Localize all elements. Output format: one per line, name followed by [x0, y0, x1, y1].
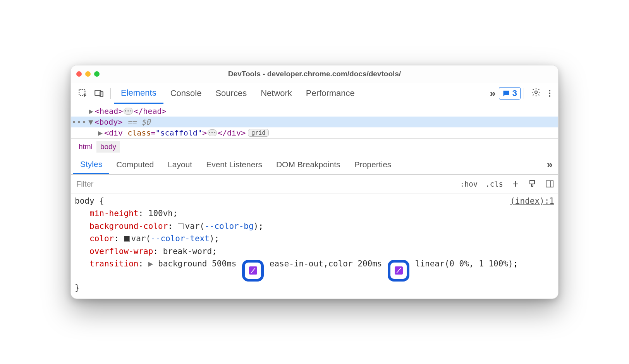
window-title: DevTools - developer.chrome.com/docs/dev…: [71, 70, 558, 78]
more-subtabs-chevron[interactable]: »: [543, 158, 556, 171]
new-style-rule-icon[interactable]: [507, 175, 524, 194]
hov-toggle[interactable]: :hov: [456, 175, 481, 194]
console-accessor: == $0: [127, 117, 150, 127]
grid-badge[interactable]: grid: [248, 129, 269, 137]
maximize-window-button[interactable]: [94, 71, 100, 77]
subtab-styles[interactable]: Styles: [73, 155, 109, 174]
svg-point-3: [535, 91, 538, 94]
expand-triangle-icon[interactable]: ▶: [148, 259, 153, 268]
settings-gear-icon[interactable]: [527, 87, 545, 100]
ellipsis-icon[interactable]: •••: [208, 129, 217, 136]
styles-filter-row: :hov .cls: [71, 175, 558, 194]
color-swatch-icon[interactable]: [178, 223, 184, 229]
crumb-body[interactable]: body: [96, 141, 120, 153]
traffic-lights: [76, 71, 100, 77]
device-toolbar-icon[interactable]: [91, 87, 107, 100]
css-declaration-transition[interactable]: transition: ▶ background 500ms ease-in-o…: [75, 258, 554, 282]
css-selector[interactable]: body: [75, 196, 95, 206]
more-tabs-chevron[interactable]: »: [486, 87, 499, 100]
subtab-computed[interactable]: Computed: [109, 155, 161, 174]
dom-tree[interactable]: ▶ <head> ••• </head> ••• ▼ <body> == $0 …: [71, 104, 558, 138]
subtab-dom-breakpoints[interactable]: DOM Breakpoints: [269, 155, 347, 174]
subtab-event-listeners[interactable]: Event Listeners: [199, 155, 269, 174]
kebab-menu-icon[interactable]: [545, 90, 554, 97]
close-window-button[interactable]: [76, 71, 82, 77]
color-swatch-icon[interactable]: [124, 236, 130, 242]
annotation-highlight: [388, 260, 409, 282]
css-declaration[interactable]: background-color: var(--color-bg);: [75, 220, 554, 233]
subtab-properties[interactable]: Properties: [347, 155, 399, 174]
toolbar-divider: [110, 88, 111, 99]
expand-triangle-icon[interactable]: ▶: [89, 106, 94, 116]
crumb-html[interactable]: html: [75, 141, 96, 153]
ellipsis-icon[interactable]: •••: [124, 108, 133, 115]
svg-rect-4: [530, 180, 534, 184]
paint-brush-icon[interactable]: [524, 175, 541, 194]
dom-node-head[interactable]: ▶ <head> ••• </head>: [71, 106, 558, 117]
dom-node-body[interactable]: ••• ▼ <body> == $0: [71, 117, 558, 127]
devtools-window: DevTools - developer.chrome.com/docs/dev…: [70, 65, 559, 299]
tab-console[interactable]: Console: [163, 83, 209, 104]
tab-performance[interactable]: Performance: [299, 83, 362, 104]
css-declaration[interactable]: color: var(--color-text);: [75, 232, 554, 245]
styles-subtabs: Styles Computed Layout Event Listeners D…: [71, 155, 558, 175]
annotation-highlight: [242, 260, 264, 282]
toolbar-divider: [524, 88, 524, 99]
selection-dots-icon: •••: [72, 117, 87, 127]
rule-source-link[interactable]: (index):1: [510, 195, 554, 208]
main-toolbar: Elements Console Sources Network Perform…: [71, 83, 558, 104]
dom-node-div[interactable]: ▶ <div class="scaffold"> ••• </div> grid: [71, 127, 558, 138]
tab-network[interactable]: Network: [254, 83, 299, 104]
main-tabs: Elements Console Sources Network Perform…: [114, 83, 362, 104]
inspect-element-icon[interactable]: [75, 87, 91, 100]
easing-editor-icon[interactable]: [249, 266, 257, 275]
subtab-layout[interactable]: Layout: [161, 155, 199, 174]
issues-badge[interactable]: 3: [499, 87, 521, 100]
breadcrumb: html body: [71, 138, 558, 155]
tab-elements[interactable]: Elements: [114, 83, 163, 104]
expand-triangle-icon[interactable]: ▶: [98, 128, 103, 137]
css-declaration[interactable]: min-height: 100vh;: [75, 207, 554, 220]
collapse-triangle-icon[interactable]: ▼: [88, 117, 94, 127]
styles-pane[interactable]: (index):1 body { min-height: 100vh; back…: [71, 194, 558, 299]
cls-toggle[interactable]: .cls: [481, 175, 507, 194]
issues-count: 3: [512, 88, 517, 98]
easing-editor-icon[interactable]: [395, 266, 403, 275]
minimize-window-button[interactable]: [85, 71, 91, 77]
tab-sources[interactable]: Sources: [208, 83, 254, 104]
styles-filter-input[interactable]: [71, 175, 456, 194]
computed-sidebar-icon[interactable]: [541, 175, 558, 194]
title-bar: DevTools - developer.chrome.com/docs/dev…: [71, 65, 558, 83]
css-declaration[interactable]: overflow-wrap: break-word;: [75, 245, 554, 258]
svg-rect-5: [546, 181, 553, 187]
